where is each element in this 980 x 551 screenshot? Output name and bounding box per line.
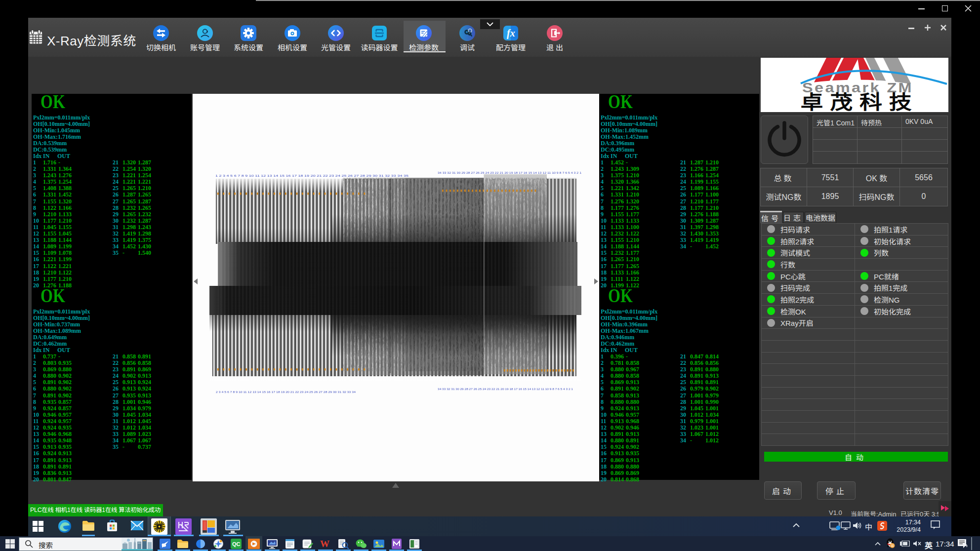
svg-text:W: W — [320, 539, 329, 549]
svg-text:34 33 32 31 30 29 28 27 26 25: 34 33 32 31 30 29 28 27 26 25 24 23 22 2… — [438, 171, 582, 174]
svg-text:卓茂科技: 卓茂科技 — [801, 86, 919, 112]
svg-text:fx: fx — [507, 28, 515, 39]
svg-text:34 33 32 31 30 29 28 27 26 25: 34 33 32 31 30 29 28 27 26 25 24 23 22 2… — [438, 388, 573, 391]
svg-text:1 2 3 4 5 6 7 8 9 10 11 12 13: 1 2 3 4 5 6 7 8 9 10 11 12 13 14 15 16 1… — [215, 174, 408, 177]
svg-text:QC: QC — [232, 541, 241, 547]
svg-text:2 3 4 5 6 7 8 9 10 11 12 13 14: 2 3 4 5 6 7 8 9 10 11 12 13 14 15 16 17 … — [216, 391, 356, 394]
